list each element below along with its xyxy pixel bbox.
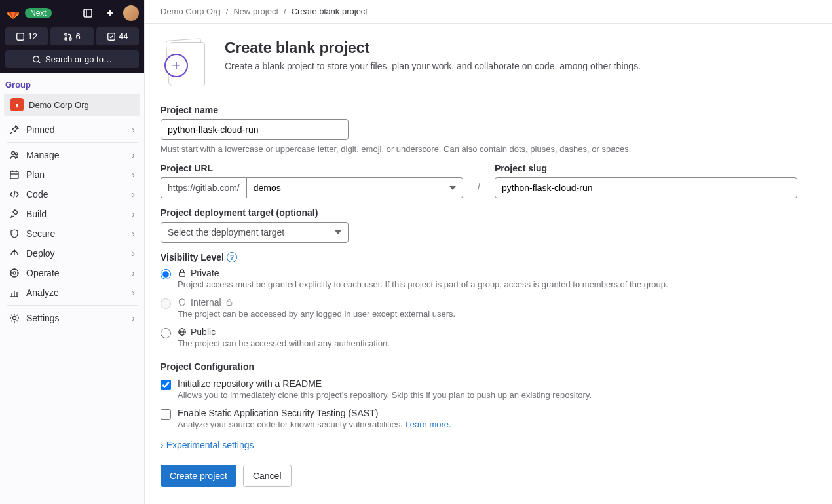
search-button[interactable]: Search or go to… [5, 50, 139, 68]
nav-label: Operate [26, 268, 60, 278]
group-name: Demo Corp Org [29, 100, 89, 110]
svg-rect-0 [84, 9, 92, 17]
nav-label: Pinned [26, 124, 55, 135]
sast-desc: Analyze your source code for known secur… [178, 420, 797, 429]
experimental-label: Experimental settings [166, 440, 254, 450]
todos-counter[interactable]: 44 [96, 27, 139, 45]
chevron-right-icon: › [132, 287, 135, 298]
svg-point-12 [12, 152, 15, 155]
nav-label: Analyze [26, 287, 59, 298]
sidebar: Next 12 6 44 S [0, 0, 145, 504]
visibility-public-desc: The project can be accessed without any … [178, 338, 797, 348]
slash-separator: / [475, 163, 483, 192]
svg-point-7 [69, 37, 72, 40]
nav-item-secure[interactable]: Secure › [0, 224, 144, 243]
nav-label: Secure [26, 228, 55, 239]
project-url-label: Project URL [161, 163, 463, 173]
shield-icon [178, 298, 187, 307]
visibility-public-radio[interactable] [161, 328, 171, 338]
readme-title: Initialize repository with a README [178, 378, 322, 389]
nav-item-build[interactable]: Build › [0, 204, 144, 224]
breadcrumb-current: Create blank project [292, 7, 368, 16]
project-slug-label: Project slug [495, 163, 797, 173]
deployment-target-label: Project deployment target (optional) [161, 207, 797, 218]
project-name-help: Must start with a lowercase or uppercase… [161, 144, 797, 154]
nav-divider [7, 142, 138, 143]
visibility-private-desc: Project access must be granted explicitl… [178, 279, 797, 289]
sast-title: Enable Static Application Security Testi… [178, 408, 378, 418]
svg-line-11 [10, 132, 12, 134]
deploy-icon [9, 248, 20, 259]
issues-count: 12 [28, 31, 37, 41]
group-avatar-icon [10, 98, 24, 111]
search-icon [32, 55, 41, 64]
visibility-label: Visibility Level [161, 252, 224, 262]
visibility-private-radio[interactable] [161, 269, 171, 279]
globe-icon [178, 327, 187, 336]
experimental-settings-toggle[interactable]: › Experimental settings [161, 440, 797, 450]
lock-small-icon [225, 298, 233, 306]
learn-more-link[interactable]: Learn more. [406, 420, 451, 429]
nav-item-settings[interactable]: Settings › [0, 308, 144, 328]
todos-count: 44 [119, 31, 128, 41]
deployment-target-select[interactable]: Select the deployment target [161, 222, 349, 243]
nav-label: Build [26, 209, 47, 219]
chevron-right-icon: › [132, 150, 135, 160]
chevron-right-icon: › [132, 228, 135, 239]
svg-rect-26 [227, 302, 232, 305]
sidebar-topbar: Next 12 6 44 S [0, 0, 144, 73]
breadcrumb-new-project[interactable]: New project [233, 7, 278, 16]
nav-label: Deploy [26, 248, 55, 259]
nav-label: Code [26, 189, 48, 200]
create-project-button[interactable]: Create project [161, 465, 236, 487]
help-icon[interactable]: ? [227, 252, 237, 262]
chevron-right-icon: › [132, 189, 135, 200]
readme-desc: Allows you to immediately clone this pro… [178, 390, 797, 400]
project-illustration: + [161, 39, 213, 86]
sast-checkbox[interactable] [161, 409, 171, 420]
svg-point-6 [65, 37, 67, 40]
nav-item-operate[interactable]: Operate › [0, 263, 144, 283]
gear-icon [9, 313, 20, 323]
nav-label: Plan [26, 170, 45, 180]
nav-item-analyze[interactable]: Analyze › [0, 283, 144, 302]
nav-item-plan[interactable]: Plan › [0, 165, 144, 185]
page-subtitle: Create a blank project to store your fil… [225, 61, 641, 71]
code-icon [9, 189, 20, 200]
operate-icon [9, 268, 20, 278]
cancel-button[interactable]: Cancel [243, 465, 292, 487]
chevron-right-icon: › [132, 124, 135, 135]
svg-point-24 [13, 317, 16, 320]
breadcrumb: Demo Corp Org / New project / Create bla… [145, 0, 832, 24]
project-slug-input[interactable] [495, 177, 797, 198]
chart-icon [9, 287, 20, 298]
visibility-internal-radio [161, 298, 171, 309]
nav-item-deploy[interactable]: Deploy › [0, 243, 144, 263]
project-name-label: Project name [161, 105, 797, 115]
nav-item-manage[interactable]: Manage › [0, 145, 144, 165]
next-badge[interactable]: Next [25, 8, 52, 18]
nav-item-pinned[interactable]: Pinned › [0, 120, 144, 139]
nav-label: Settings [26, 313, 60, 323]
project-config-label: Project Configuration [161, 361, 797, 372]
svg-point-5 [65, 33, 67, 35]
nav-divider [7, 305, 138, 306]
gitlab-logo-icon[interactable] [5, 5, 21, 21]
namespace-select[interactable]: demos [246, 177, 463, 198]
main-content: Demo Corp Org / New project / Create bla… [145, 0, 832, 504]
avatar[interactable] [123, 5, 139, 21]
chevron-right-icon: › [132, 268, 135, 278]
group-item[interactable]: Demo Corp Org [4, 94, 140, 116]
readme-checkbox[interactable] [161, 380, 171, 390]
visibility-internal-title: Internal [191, 297, 221, 308]
project-name-input[interactable] [161, 119, 349, 140]
svg-rect-25 [180, 272, 185, 276]
sidebar-toggle-icon[interactable] [79, 4, 97, 22]
merge-requests-counter[interactable]: 6 [50, 27, 93, 45]
issues-counter[interactable]: 12 [5, 27, 48, 45]
breadcrumb-org[interactable]: Demo Corp Org [161, 7, 221, 16]
nav-item-code[interactable]: Code › [0, 185, 144, 204]
plus-icon[interactable] [101, 4, 119, 22]
chevron-right-icon: › [132, 170, 135, 180]
svg-rect-4 [17, 33, 24, 40]
